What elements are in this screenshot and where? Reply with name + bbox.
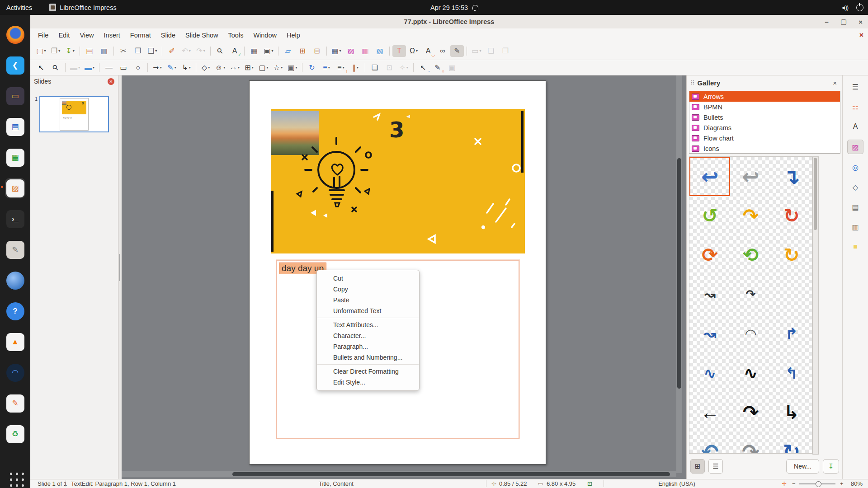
print-button[interactable]: ▥ (97, 45, 111, 57)
arrange-objects-dropdown-icon[interactable]: ▾ (343, 66, 344, 70)
basic-shapes-button[interactable]: ◇▾ (199, 62, 212, 74)
vertical-scrollbar-thumb[interactable] (677, 158, 681, 389)
minimize-button[interactable]: − (825, 18, 829, 26)
gallery-thumb-arrow-wave-blue[interactable]: ↝ (689, 314, 730, 353)
slides-panel-close-icon[interactable]: ✕ (108, 78, 114, 85)
callout-shapes-button[interactable]: ▢▾ (257, 62, 270, 74)
gallery-scrollbar[interactable] (812, 156, 819, 455)
open-file-dropdown-icon[interactable]: ▾ (58, 49, 60, 53)
dock-gimp[interactable]: ✎ (5, 239, 25, 260)
rectangle-button[interactable]: ▭ (117, 62, 130, 74)
zoom-out-button[interactable]: − (792, 480, 796, 487)
context-copy[interactable]: Copy (317, 284, 419, 295)
block-arrows-dropdown-icon[interactable]: ▾ (238, 66, 240, 70)
power-icon[interactable] (856, 4, 863, 11)
gallery-thumb-arrow-curve-gray[interactable]: ↷ (730, 432, 771, 454)
gallery-insert-button[interactable]: ↧ (823, 459, 839, 474)
shadow-button[interactable]: ❏ (368, 62, 382, 74)
image-filter-button[interactable]: ✧▾ (397, 62, 410, 74)
insert-media-button[interactable]: ▥ (359, 45, 372, 57)
sidebar-tab-navigator[interactable]: ◎ (848, 160, 863, 174)
connectors-dropdown-icon[interactable]: ▾ (189, 66, 191, 70)
stars-banners-dropdown-icon[interactable]: ▾ (281, 66, 283, 70)
display-views-button[interactable]: ▣▾ (262, 45, 275, 57)
gallery-thumb-arrow-loop-red[interactable]: ↻ (771, 196, 812, 235)
gallery-thumb-arrow-curve-down-black[interactable]: ↳ (771, 393, 812, 432)
callout-shapes-dropdown-icon[interactable]: ▾ (267, 66, 269, 70)
new-presentation-dropdown-icon[interactable]: ▾ (44, 49, 46, 53)
context-clear-direct-formatting[interactable]: Clear Direct Formatting (317, 366, 419, 377)
gallery-category-bullets[interactable]: Bullets (689, 112, 840, 122)
insert-table-dropdown-icon[interactable]: ▾ (340, 49, 341, 53)
redo-button[interactable]: ↷▾ (194, 45, 208, 57)
fill-color-dropdown-icon[interactable]: ▾ (93, 66, 94, 70)
sidebar-tab-sidebar-menu[interactable]: ☰ (848, 80, 863, 94)
crop-image-button[interactable]: ⊡ (382, 62, 396, 74)
dock-terminal[interactable]: ›_ (5, 209, 25, 229)
gallery-thumb-arrows-cycle-green[interactable]: ⟲ (730, 235, 771, 275)
gallery-category-arrows[interactable]: Arrows (689, 91, 840, 102)
gallery-thumb-arrow-s-curve-black[interactable]: ∿ (730, 353, 771, 393)
gallery-close-icon[interactable]: × (833, 79, 839, 87)
gallery-thumb-arrow-thin-curve[interactable]: ↝ (689, 275, 730, 314)
dock-libreoffice-impress[interactable]: ▨ (5, 178, 25, 198)
ellipse-button[interactable]: ○ (131, 62, 145, 74)
gallery-icon-view-button[interactable]: ⊞ (690, 459, 705, 474)
gallery-category-bpmn[interactable]: BPMN (689, 102, 840, 112)
gallery-thumb-arrow-curved-left-gray[interactable]: ↩ (730, 157, 771, 196)
flowchart-shapes-dropdown-icon[interactable]: ▾ (252, 66, 254, 70)
select-button[interactable]: ↖ (34, 62, 48, 74)
menu-view[interactable]: View (75, 30, 99, 41)
curves-polygons-dropdown-icon[interactable]: ▾ (175, 66, 176, 70)
gallery-thumb-arrow-s-curve-blue[interactable]: ∿ (689, 353, 730, 393)
zoom-pan-button[interactable]: ⚲ (49, 62, 62, 74)
spelling-button[interactable]: A✓ (228, 45, 241, 57)
special-character-dropdown-icon[interactable]: ▾ (416, 49, 418, 53)
zoom-in-button[interactable]: + (840, 480, 844, 487)
insert-line-button[interactable]: — (102, 62, 116, 74)
flowchart-shapes-button[interactable]: ⊞▾ (242, 62, 256, 74)
close-document-button[interactable]: × (859, 31, 863, 39)
paste-dropdown-icon[interactable]: ▾ (155, 49, 157, 53)
fill-color-button[interactable]: ▬▾ (83, 62, 96, 74)
show-draw-functions-button[interactable]: ✎ (450, 45, 464, 57)
gallery-thumb-arrow-elbow-up-blue[interactable]: ↰ (771, 353, 812, 393)
clone-formatting-button[interactable]: ✐ (165, 45, 179, 57)
horizontal-scrollbar[interactable] (122, 471, 676, 477)
context-edit-style[interactable]: Edit Style... (317, 377, 419, 388)
insert-table-button[interactable]: ▦▾ (330, 45, 343, 57)
dock-libreoffice-writer[interactable]: ▤ (5, 117, 25, 137)
context-character[interactable]: Character... (317, 330, 419, 341)
save-button[interactable]: ↧▾ (63, 45, 77, 57)
arrange-objects-button[interactable]: ≡↑▾ (334, 62, 348, 74)
menu-edit[interactable]: Edit (53, 30, 75, 41)
menu-tools[interactable]: Tools (223, 30, 249, 41)
save-dropdown-icon[interactable]: ▾ (73, 49, 75, 53)
gallery-thumb-arrow-arc-dotted[interactable]: ◠ (730, 314, 771, 353)
gallery-thumb-arrow-curved-yellow[interactable]: ↷ (730, 196, 771, 235)
dock-dark-swirl-app[interactable]: ◠ (5, 362, 25, 383)
close-button[interactable]: × (859, 18, 863, 26)
gallery-thumb-empty[interactable] (771, 275, 812, 314)
context-cut[interactable]: Cut (317, 273, 419, 284)
gallery-thumb-arrow-curve-right-black[interactable]: ↷ (730, 393, 771, 432)
dock-help[interactable]: ? (5, 301, 25, 321)
glue-points-button[interactable]: ✎○ (431, 62, 444, 74)
menu-window[interactable]: Window (248, 30, 282, 41)
curves-polygons-button[interactable]: ✎▾ (165, 62, 179, 74)
distribute-button[interactable]: ∥▾ (349, 62, 362, 74)
display-grid-button[interactable]: ▦ (247, 45, 261, 57)
find-replace-button[interactable]: ⚲ (213, 45, 227, 57)
cut-button[interactable]: ✂ (117, 45, 130, 57)
clock[interactable]: Apr 29 15:53 (430, 0, 478, 15)
redo-dropdown-icon[interactable]: ▾ (203, 49, 205, 53)
menu-slide-show[interactable]: Slide Show (180, 30, 223, 41)
hyperlink-button[interactable]: ∞ (436, 45, 449, 57)
edit-points-button[interactable]: ↖▫ (416, 62, 430, 74)
undo-button[interactable]: ↶▾ (179, 45, 193, 57)
align-objects-dropdown-icon[interactable]: ▾ (328, 66, 330, 70)
copy-button[interactable]: ❐ (131, 45, 145, 57)
sidebar-tab-animation[interactable]: ▥ (848, 220, 863, 234)
dock-software-center[interactable]: ♻ (5, 424, 25, 444)
context-text-attributes[interactable]: Text Attributes... (317, 319, 419, 330)
